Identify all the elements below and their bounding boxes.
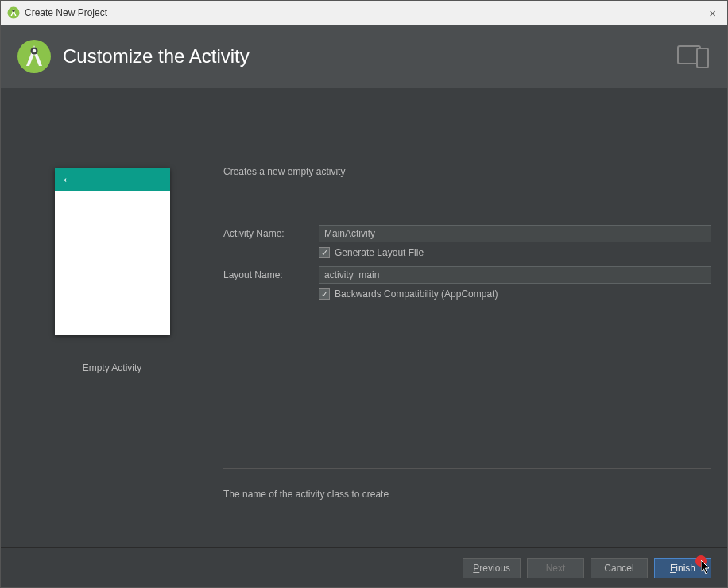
previous-button[interactable]: Previous: [463, 558, 521, 578]
window-title: Create New Project: [25, 7, 107, 18]
svg-rect-6: [697, 48, 708, 68]
generate-layout-checkbox[interactable]: ✓: [319, 247, 330, 258]
activity-name-row: Activity Name:: [223, 225, 711, 242]
cancel-button[interactable]: Cancel: [591, 558, 648, 578]
previous-button-rest: revious: [479, 563, 510, 574]
preview-caption: Empty Activity: [83, 362, 142, 373]
svg-point-4: [33, 49, 37, 53]
activity-name-input[interactable]: [319, 225, 711, 242]
next-button: Next: [527, 558, 584, 578]
header-banner: Customize the Activity: [1, 25, 727, 88]
svg-point-2: [17, 40, 51, 73]
preview-appbar: ←: [55, 168, 170, 191]
svg-point-0: [8, 7, 20, 19]
svg-point-1: [13, 10, 15, 12]
preview-panel: ← Empty Activity: [1, 112, 223, 547]
content-area: ← Empty Activity Creates a new empty act…: [1, 88, 727, 547]
check-icon: ✓: [321, 249, 328, 257]
titlebar: Create New Project ×: [1, 1, 727, 25]
android-studio-logo-icon: [17, 39, 52, 74]
backwards-compat-label: Backwards Compatibility (AppCompat): [335, 288, 498, 300]
layout-name-row: Layout Name:: [223, 266, 711, 284]
form-description: Creates a new empty activity: [223, 166, 711, 177]
phone-preview: ←: [55, 168, 170, 335]
generate-layout-row: ✓ Generate Layout File: [223, 247, 711, 258]
device-icon: [676, 44, 711, 69]
layout-name-input[interactable]: [319, 266, 711, 284]
helper-text: The name of the activity class to create: [223, 489, 711, 500]
generate-layout-label: Generate Layout File: [335, 247, 424, 258]
button-bar: Previous Next Cancel Finish: [1, 547, 727, 587]
check-icon: ✓: [321, 290, 328, 299]
back-arrow-icon: ←: [61, 172, 76, 188]
layout-name-label: Layout Name:: [223, 269, 319, 280]
form-panel: Creates a new empty activity Activity Na…: [223, 112, 727, 547]
backwards-compat-row: ✓ Backwards Compatibility (AppCompat): [223, 288, 711, 300]
dialog-window: Create New Project × Customize the Activ…: [0, 0, 728, 588]
activity-name-label: Activity Name:: [223, 228, 319, 239]
close-icon[interactable]: ×: [709, 6, 716, 20]
backwards-compat-checkbox[interactable]: ✓: [319, 288, 330, 300]
finish-button-rest: inish: [676, 563, 695, 574]
page-title: Customize the Activity: [63, 45, 250, 68]
finish-button[interactable]: Finish: [654, 558, 711, 578]
android-studio-icon: [7, 6, 20, 19]
helper-section: The name of the activity class to create: [223, 468, 711, 547]
